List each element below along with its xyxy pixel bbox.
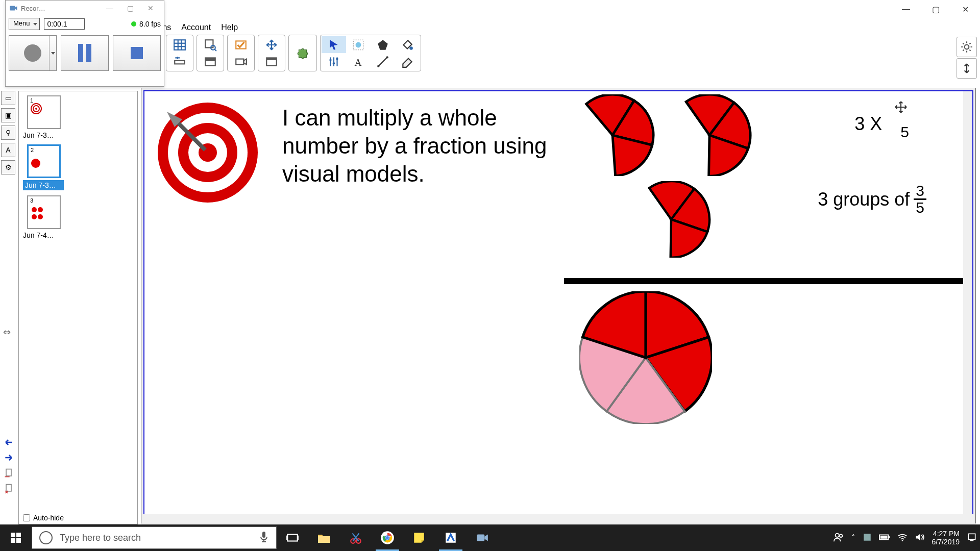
autohide-checkbox[interactable]: Auto-hide — [23, 514, 64, 522]
svg-point-18 — [329, 59, 331, 61]
text-labels-icon[interactable]: A — [1, 143, 15, 157]
tray-chevron-icon[interactable]: ˄ — [851, 533, 855, 542]
gear-side-icon[interactable]: ⚙ — [1, 160, 15, 174]
svg-rect-5 — [175, 60, 185, 64]
notifications-icon[interactable] — [967, 532, 977, 544]
side-toolbar: ▭ ▣ ⚲ A ⚙ — [1, 91, 17, 174]
panel-collapse-handle[interactable]: ⇔ — [3, 327, 11, 338]
volume-icon[interactable] — [915, 533, 925, 543]
fraction-pie-1[interactable] — [569, 94, 656, 176]
check-icon[interactable] — [229, 36, 253, 53]
svg-point-36 — [32, 207, 37, 212]
puzzle-icon[interactable] — [290, 36, 315, 71]
pointer-icon[interactable] — [322, 36, 346, 53]
task-view-icon[interactable] — [277, 524, 308, 551]
recorder-minimize[interactable]: — — [100, 1, 120, 15]
line-icon[interactable] — [371, 53, 395, 70]
bucket-icon[interactable] — [395, 36, 420, 53]
eraser-icon[interactable] — [395, 53, 420, 70]
snipping-icon[interactable] — [340, 524, 372, 551]
sliders-icon[interactable] — [322, 53, 346, 70]
start-button[interactable] — [0, 524, 32, 551]
svg-rect-67 — [880, 536, 887, 539]
svg-point-19 — [333, 62, 335, 64]
nav-forward-icon[interactable] — [2, 451, 15, 464]
window-icon[interactable] — [259, 53, 284, 70]
file-explorer-icon[interactable] — [308, 524, 340, 551]
thumbnail-3[interactable]: 3 Jun 7-4… — [23, 195, 64, 239]
svg-rect-49 — [262, 532, 265, 538]
horizontal-scrollbar[interactable] — [141, 514, 975, 525]
ruler-icon[interactable] — [167, 53, 192, 70]
svg-point-34 — [35, 108, 37, 110]
vertical-scrollbar[interactable] — [963, 91, 973, 520]
menu-help[interactable]: Help — [217, 22, 242, 33]
svg-point-25 — [377, 65, 379, 67]
expression-3x3over5[interactable]: 3 X 35 — [854, 108, 911, 140]
wifi-icon[interactable] — [897, 533, 908, 543]
taskbar-search[interactable]: Type here to search — [32, 527, 277, 549]
svg-point-27 — [409, 46, 413, 50]
thumbnail-2[interactable]: 2 Jun 7-3… — [23, 144, 64, 190]
window-maximize[interactable]: ▢ — [921, 0, 950, 18]
move-handle-icon[interactable] — [894, 101, 908, 114]
expression-groups[interactable]: 3 groups of 35 — [818, 183, 926, 215]
thumb-caption: Jun 7-4… — [23, 231, 64, 239]
record-status-dot — [131, 21, 136, 27]
clock-time: 4:27 PM — [933, 530, 960, 538]
pause-button[interactable] — [61, 35, 109, 71]
svg-line-24 — [378, 57, 387, 66]
smart-notebook-icon[interactable] — [435, 524, 467, 551]
text-icon[interactable]: A — [346, 53, 371, 70]
sticky-notes-icon[interactable] — [403, 524, 435, 551]
window-close[interactable]: ✕ — [950, 0, 980, 18]
fraction-pie-3[interactable] — [630, 181, 712, 258]
svg-rect-47 — [11, 538, 15, 543]
expand-vertical-icon[interactable] — [957, 58, 977, 79]
table-icon[interactable] — [167, 36, 192, 53]
mic-icon[interactable] — [259, 531, 269, 545]
circle-select-icon[interactable] — [346, 36, 371, 53]
frame-icon[interactable]: ▣ — [1, 108, 15, 122]
svg-rect-64 — [864, 534, 871, 541]
fraction-pie-2[interactable] — [666, 94, 753, 176]
svg-rect-46 — [16, 533, 21, 537]
gear-icon[interactable] — [957, 37, 977, 57]
groups-num: 3 — [914, 183, 926, 200]
nav-page-up-icon[interactable] — [2, 466, 15, 480]
thumbnail-1[interactable]: 1 Jun 7-3… — [23, 95, 64, 139]
page-layout-icon[interactable]: ▭ — [1, 91, 15, 105]
tray-app1-icon[interactable] — [863, 533, 872, 543]
recorder-fps: 8.0 fps — [131, 20, 161, 28]
chrome-icon[interactable] — [372, 524, 403, 551]
fraction-pie-full[interactable] — [579, 291, 712, 424]
recorder-title-text: Recor… — [21, 5, 45, 12]
nav-page-delete-icon[interactable] — [2, 482, 15, 495]
recorder-menu-dropdown[interactable]: Menu — [9, 18, 40, 30]
recorder-taskbar-icon[interactable] — [467, 524, 498, 551]
clock[interactable]: 4:27 PM 6/7/2019 — [932, 530, 960, 546]
window-minimize[interactable]: — — [891, 0, 921, 18]
svg-rect-30 — [6, 469, 11, 476]
thumb-caption: Jun 7-3… — [23, 180, 64, 190]
taskbar: Type here to search ˄ 4:27 PM 6/7/2019 — [0, 524, 980, 551]
svg-rect-51 — [286, 536, 287, 540]
record-button[interactable] — [9, 35, 57, 71]
pentagon-icon[interactable] — [371, 36, 395, 53]
stop-button[interactable] — [113, 35, 161, 71]
shade-icon[interactable] — [198, 53, 223, 70]
svg-point-62 — [835, 533, 839, 537]
slide-canvas[interactable]: I can multiply a whole number by a fract… — [143, 90, 973, 521]
battery-icon[interactable] — [879, 534, 890, 542]
recorder-maximize[interactable]: ▢ — [120, 1, 140, 15]
nav-back-icon[interactable] — [2, 436, 15, 449]
svg-rect-69 — [968, 534, 975, 539]
attach-icon[interactable]: ⚲ — [1, 126, 15, 140]
menu-account[interactable]: Account — [177, 22, 215, 33]
recorder-close[interactable]: ✕ — [140, 1, 161, 15]
camera-icon[interactable] — [229, 53, 253, 70]
zoom-icon[interactable] — [198, 36, 223, 53]
record-dropdown[interactable] — [49, 36, 56, 70]
arrows-cross-icon[interactable] — [259, 36, 284, 53]
people-icon[interactable] — [833, 532, 844, 544]
